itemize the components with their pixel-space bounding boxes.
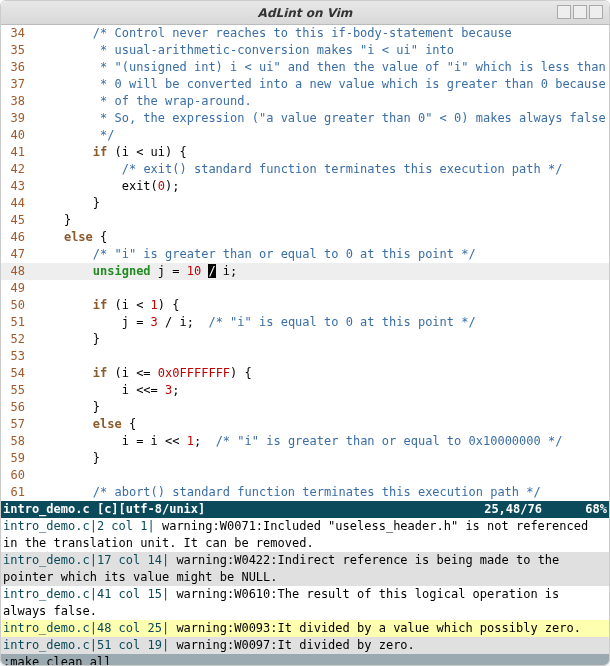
quickfix-message: warning:W0093:It divided by a value whic… bbox=[169, 621, 581, 635]
code-line[interactable]: 37 * 0 will be converted into a new valu… bbox=[1, 76, 609, 93]
code-line[interactable]: 59 } bbox=[1, 450, 609, 467]
code-line[interactable]: 53 bbox=[1, 348, 609, 365]
window-titlebar[interactable]: AdLint on Vim bbox=[1, 1, 609, 25]
quickfix-list[interactable]: intro_demo.c|2 col 1| warning:W0071:Incl… bbox=[1, 518, 609, 654]
quickfix-item[interactable]: intro_demo.c|51 col 19| warning:W0097:It… bbox=[1, 637, 609, 654]
code-line[interactable]: 45 } bbox=[1, 212, 609, 229]
code-text bbox=[35, 348, 609, 365]
quickfix-location: intro_demo.c|17 col 14| bbox=[3, 553, 169, 567]
line-number: 54 bbox=[1, 365, 35, 382]
status-file: intro_demo.c [c][utf-8/unix] bbox=[3, 501, 484, 518]
line-number: 58 bbox=[1, 433, 35, 450]
maximize-button[interactable] bbox=[573, 5, 587, 19]
code-line[interactable]: 60 bbox=[1, 467, 609, 484]
code-text: if (i < ui) { bbox=[35, 144, 609, 161]
line-number: 40 bbox=[1, 127, 35, 144]
code-line[interactable]: 38 * of the wrap-around. bbox=[1, 93, 609, 110]
code-line[interactable]: 34 /* Control never reaches to this if-b… bbox=[1, 25, 609, 42]
code-text: /* abort() standard function terminates … bbox=[35, 484, 609, 501]
code-line[interactable]: 40 */ bbox=[1, 127, 609, 144]
code-text: } bbox=[35, 331, 609, 348]
code-line[interactable]: 41 if (i < ui) { bbox=[1, 144, 609, 161]
code-line[interactable]: 39 * So, the expression ("a value greate… bbox=[1, 110, 609, 127]
close-button[interactable] bbox=[589, 5, 603, 19]
code-line[interactable]: 49 bbox=[1, 280, 609, 297]
code-text: /* "i" is greater than or equal to 0 at … bbox=[35, 246, 609, 263]
code-text: else { bbox=[35, 229, 609, 246]
code-line[interactable]: 35 * usual-arithmetic-conversion makes "… bbox=[1, 42, 609, 59]
line-number: 49 bbox=[1, 280, 35, 297]
line-number: 46 bbox=[1, 229, 35, 246]
code-text: * "(unsigned int) i < ui" and then the v… bbox=[35, 59, 609, 76]
line-number: 35 bbox=[1, 42, 35, 59]
code-text: unsigned j = 10 / i; bbox=[35, 263, 609, 280]
code-text: } bbox=[35, 450, 609, 467]
code-line[interactable]: 50 if (i < 1) { bbox=[1, 297, 609, 314]
quickfix-location: intro_demo.c|48 col 25| bbox=[3, 621, 169, 635]
code-line[interactable]: 36 * "(unsigned int) i < ui" and then th… bbox=[1, 59, 609, 76]
code-line[interactable]: 43 exit(0); bbox=[1, 178, 609, 195]
code-line[interactable]: 51 j = 3 / i; /* "i" is equal to 0 at th… bbox=[1, 314, 609, 331]
quickfix-message: warning:W0097:It divided by zero. bbox=[169, 638, 415, 652]
quickfix-item[interactable]: intro_demo.c|2 col 1| warning:W0071:Incl… bbox=[1, 518, 609, 552]
line-number: 45 bbox=[1, 212, 35, 229]
code-line[interactable]: 58 i = i << 1; /* "i" is greater than or… bbox=[1, 433, 609, 450]
line-number: 37 bbox=[1, 76, 35, 93]
line-number: 53 bbox=[1, 348, 35, 365]
status-line: intro_demo.c [c][utf-8/unix] 25,48/76 68… bbox=[1, 501, 609, 518]
code-line[interactable]: 42 /* exit() standard function terminate… bbox=[1, 161, 609, 178]
code-line[interactable]: 44 } bbox=[1, 195, 609, 212]
line-number: 56 bbox=[1, 399, 35, 416]
minimize-button[interactable] bbox=[557, 5, 571, 19]
quickfix-location: intro_demo.c|2 col 1| bbox=[3, 519, 155, 533]
code-text: /* Control never reaches to this if-body… bbox=[35, 25, 609, 42]
code-text: * of the wrap-around. bbox=[35, 93, 609, 110]
code-text: else { bbox=[35, 416, 609, 433]
line-number: 59 bbox=[1, 450, 35, 467]
line-number: 39 bbox=[1, 110, 35, 127]
code-text: } bbox=[35, 195, 609, 212]
code-line[interactable]: 52 } bbox=[1, 331, 609, 348]
window-title: AdLint on Vim bbox=[258, 6, 353, 20]
code-text: if (i < 1) { bbox=[35, 297, 609, 314]
line-number: 57 bbox=[1, 416, 35, 433]
quickfix-location: intro_demo.c|51 col 19| bbox=[3, 638, 169, 652]
line-number: 61 bbox=[1, 484, 35, 501]
code-text: if (i <= 0x0FFFFFFF) { bbox=[35, 365, 609, 382]
quickfix-item[interactable]: intro_demo.c|48 col 25| warning:W0093:It… bbox=[1, 620, 609, 637]
code-line[interactable]: 48 unsigned j = 10 / i; bbox=[1, 263, 609, 280]
code-text: j = 3 / i; /* "i" is equal to 0 at this … bbox=[35, 314, 609, 331]
line-number: 51 bbox=[1, 314, 35, 331]
quickfix-item[interactable]: intro_demo.c|17 col 14| warning:W0422:In… bbox=[1, 552, 609, 586]
code-line[interactable]: 46 else { bbox=[1, 229, 609, 246]
code-text: * 0 will be converted into a new value w… bbox=[35, 76, 609, 93]
code-line[interactable]: 55 i <<= 3; bbox=[1, 382, 609, 399]
text-cursor: / bbox=[208, 264, 215, 278]
code-text bbox=[35, 280, 609, 297]
code-line[interactable]: 57 else { bbox=[1, 416, 609, 433]
code-text: */ bbox=[35, 127, 609, 144]
command-line[interactable]: :make clean all bbox=[1, 654, 609, 666]
line-number: 43 bbox=[1, 178, 35, 195]
window-buttons bbox=[557, 5, 603, 19]
line-number: 50 bbox=[1, 297, 35, 314]
code-area[interactable]: 34 /* Control never reaches to this if-b… bbox=[1, 25, 609, 501]
line-number: 47 bbox=[1, 246, 35, 263]
code-line[interactable]: 54 if (i <= 0x0FFFFFFF) { bbox=[1, 365, 609, 382]
quickfix-location: intro_demo.c|41 col 15| bbox=[3, 587, 169, 601]
code-text: } bbox=[35, 399, 609, 416]
line-number: 48 bbox=[1, 263, 35, 280]
code-line[interactable]: 56 } bbox=[1, 399, 609, 416]
code-text: * So, the expression ("a value greater t… bbox=[35, 110, 609, 127]
code-text: i <<= 3; bbox=[35, 382, 609, 399]
line-number: 60 bbox=[1, 467, 35, 484]
line-number: 55 bbox=[1, 382, 35, 399]
code-line[interactable]: 61 /* abort() standard function terminat… bbox=[1, 484, 609, 501]
editor-window: 34 /* Control never reaches to this if-b… bbox=[1, 25, 609, 666]
status-position: 25,48/76 68% bbox=[484, 501, 607, 518]
line-number: 38 bbox=[1, 93, 35, 110]
code-line[interactable]: 47 /* "i" is greater than or equal to 0 … bbox=[1, 246, 609, 263]
line-number: 52 bbox=[1, 331, 35, 348]
quickfix-item[interactable]: intro_demo.c|41 col 15| warning:W0610:Th… bbox=[1, 586, 609, 620]
code-text: } bbox=[35, 212, 609, 229]
